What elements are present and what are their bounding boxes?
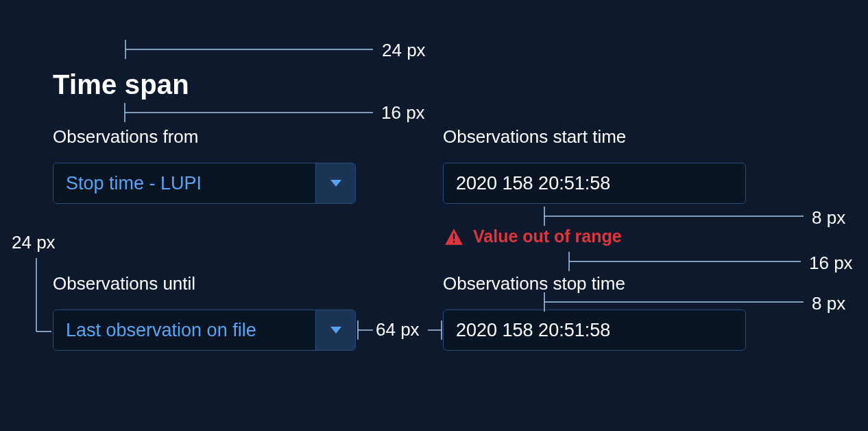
chevron-down-icon: [315, 163, 355, 203]
observations-from-label: Observations from: [53, 126, 198, 148]
observations-until-label: Observations until: [53, 273, 195, 294]
observations-stop-time-input[interactable]: 2020 158 20:51:58: [443, 310, 746, 351]
annotation-8px-a: 8 px: [812, 207, 845, 229]
annotation-64px-middle: 64 px: [376, 319, 420, 340]
observations-from-value: Stop time - LUPI: [53, 163, 315, 203]
svg-rect-0: [453, 233, 455, 239]
page-title: Time span: [53, 69, 189, 100]
observations-until-select[interactable]: Last observation on file: [53, 310, 356, 351]
alert-triangle-icon: [444, 228, 463, 246]
observations-from-select[interactable]: Stop time - LUPI: [53, 163, 356, 204]
observations-start-time-label: Observations start time: [443, 126, 626, 148]
annotation-8px-b: 8 px: [812, 293, 845, 314]
observations-until-value: Last observation on file: [53, 310, 315, 350]
annotation-24px-top: 24 px: [382, 40, 426, 61]
observations-stop-time-label: Observations stop time: [443, 273, 625, 294]
error-message-row: Value out of range: [444, 226, 622, 246]
annotation-16px-right: 16 px: [809, 253, 853, 274]
observations-stop-time-value: 2020 158 20:51:58: [456, 320, 610, 341]
annotation-lines: [0, 0, 868, 431]
observations-start-time-value: 2020 158 20:51:58: [456, 173, 610, 194]
annotation-16px-title: 16 px: [381, 102, 425, 124]
svg-rect-1: [453, 240, 455, 242]
observations-start-time-input[interactable]: 2020 158 20:51:58: [443, 163, 746, 204]
error-text: Value out of range: [473, 226, 622, 246]
chevron-down-icon: [315, 310, 355, 350]
annotation-24px-left: 24 px: [12, 232, 56, 253]
